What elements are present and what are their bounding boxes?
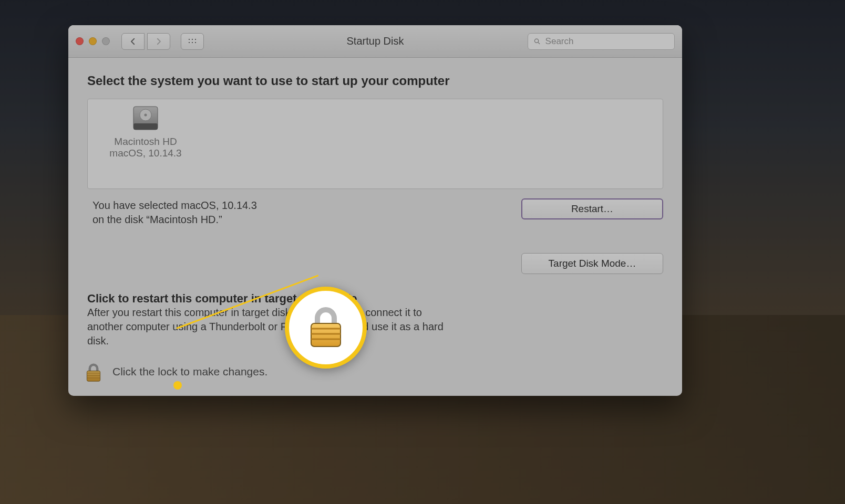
search-input[interactable] — [545, 36, 669, 47]
internal-disk-icon — [130, 104, 161, 133]
forward-button[interactable] — [147, 33, 170, 50]
page-heading: Select the system you want to use to sta… — [87, 74, 663, 88]
search-field-wrap[interactable] — [528, 33, 675, 50]
svg-point-5 — [145, 114, 147, 117]
window-controls — [76, 37, 110, 45]
window-titlebar: Startup Disk — [68, 25, 682, 58]
close-window-button[interactable] — [76, 37, 84, 45]
prefs-window: Startup Disk Select the system you want … — [68, 25, 682, 396]
svg-rect-6 — [87, 371, 100, 381]
tdm-heading: Click to restart this computer in target… — [87, 292, 663, 306]
search-icon — [533, 37, 541, 46]
svg-rect-3 — [133, 123, 158, 130]
restart-button[interactable]: Restart… — [521, 198, 663, 219]
window-content: Select the system you want to use to sta… — [68, 58, 682, 359]
grid-icon — [188, 38, 197, 45]
desktop-wallpaper: Startup Disk Select the system you want … — [0, 0, 845, 504]
startup-disk-list[interactable]: Macintosh HD macOS, 10.14.3 — [87, 99, 663, 189]
lock-hint-text: Click the lock to make changes. — [112, 365, 267, 378]
selection-row: You have selected macOS, 10.14.3 on the … — [87, 198, 663, 274]
chevron-right-icon — [154, 37, 163, 46]
target-disk-mode-button-label: Target Disk Mode… — [549, 258, 636, 269]
lock-icon — [305, 304, 347, 351]
svg-line-1 — [538, 42, 540, 44]
startup-disk-item[interactable]: Macintosh HD macOS, 10.14.3 — [98, 104, 193, 159]
selection-info-line1: You have selected macOS, 10.14.3 — [92, 198, 500, 213]
lock-icon — [84, 362, 103, 383]
disk-version: macOS, 10.14.3 — [98, 148, 193, 159]
svg-point-0 — [534, 39, 538, 43]
svg-rect-10 — [311, 323, 341, 346]
disk-name: Macintosh HD — [98, 136, 193, 148]
zoom-window-button[interactable] — [102, 37, 110, 45]
restart-button-label: Restart… — [571, 203, 613, 215]
minimize-window-button[interactable] — [89, 37, 97, 45]
back-button[interactable] — [121, 33, 145, 50]
nav-buttons — [121, 33, 204, 50]
lock-row: Click the lock to make changes. — [84, 362, 267, 381]
target-disk-mode-button[interactable]: Target Disk Mode… — [521, 253, 663, 274]
action-buttons-column: Restart… Target Disk Mode… — [521, 198, 663, 274]
lock-button[interactable] — [84, 362, 103, 381]
tdm-body: After you restart this computer in targe… — [87, 306, 455, 348]
callout-anchor-dot — [173, 381, 182, 390]
selection-info: You have selected macOS, 10.14.3 on the … — [87, 198, 500, 274]
callout-magnifier — [285, 287, 367, 369]
show-all-button[interactable] — [181, 33, 204, 50]
chevron-left-icon — [128, 37, 138, 46]
selection-info-line2: on the disk “Macintosh HD.” — [92, 213, 500, 227]
